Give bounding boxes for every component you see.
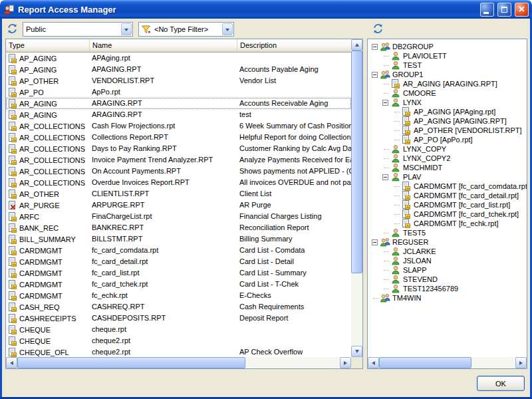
- tree-item[interactable]: CARDMGMT [fc_card_list.rpt]: [368, 200, 527, 209]
- table-row[interactable]: CARDMGMTfc_card_tchek.rptCard List - T-C…: [6, 279, 351, 290]
- table-row[interactable]: CARDMGMTfc_card_detail.rptCard List - De…: [6, 256, 351, 267]
- cell-description: Helpful Report for doing Collection: [237, 132, 351, 143]
- tree-item[interactable]: TEST: [368, 61, 527, 70]
- minimize-button[interactable]: [480, 3, 494, 17]
- table-row[interactable]: AR_PURGEARPURGE.RPTAR Purge: [6, 200, 351, 211]
- table-row[interactable]: CARDMGMTfc_card_list.rptCard List - Summ…: [6, 267, 351, 279]
- column-header-type[interactable]: Type: [6, 39, 90, 52]
- type-filter-combo[interactable]: <No Type Filter>: [138, 22, 234, 37]
- table-row[interactable]: AR_COLLECTIONSCollections Report.RPTHelp…: [6, 132, 351, 143]
- scroll-right-button[interactable]: [515, 357, 527, 368]
- table-row[interactable]: AR_COLLECTIONSOverdue Invoices Report.RP…: [6, 177, 351, 188]
- report-icon: [391, 79, 401, 88]
- column-header-name[interactable]: Name: [90, 39, 237, 52]
- vertical-scrollbar-thumb[interactable]: [351, 51, 362, 273]
- tree-item[interactable]: JCLARKE: [368, 247, 527, 256]
- cell-description: E-Checks: [237, 290, 351, 301]
- chevron-down-icon[interactable]: [222, 23, 233, 35]
- cell-description: AR Purge: [237, 200, 351, 211]
- tree-item[interactable]: AP_OTHER [VENDORLIST.RPT]: [368, 126, 527, 135]
- refresh-tree-button[interactable]: [370, 21, 386, 37]
- table-row[interactable]: BILL_SUMMARYBILLSTMT.RPTBilling Summary: [6, 233, 351, 245]
- tree-item[interactable]: AP_AGING [APAging.rpt]: [368, 107, 527, 116]
- tree-item[interactable]: SLAPP: [368, 265, 527, 275]
- table-vertical-scrollbar[interactable]: [351, 39, 362, 357]
- refresh-reports-button[interactable]: [4, 21, 20, 37]
- maximize-button[interactable]: [497, 3, 511, 17]
- table-row[interactable]: CARDMGMTfc_echk.rptE-Checks: [6, 290, 351, 301]
- table-row[interactable]: AP_AGINGAPAging.rpt: [6, 53, 351, 64]
- tree-item[interactable]: CARDMGMT [fc_card_detail.rpt]: [368, 191, 527, 200]
- scroll-right-button[interactable]: [340, 357, 351, 368]
- table-row[interactable]: CHEQUE_OFLcheque2.rptAP Check Overflow: [6, 346, 351, 357]
- ok-button[interactable]: OK: [477, 376, 525, 391]
- table-row[interactable]: AP_AGINGAPAGING.RPTAccounts Payable Agin…: [6, 64, 351, 75]
- refresh-icon: [372, 23, 384, 35]
- group-select-combo[interactable]: Public: [23, 22, 133, 37]
- tree-item[interactable]: AP_AGING [APAGING.RPT]: [368, 116, 527, 126]
- tree-item[interactable]: CMOORE: [368, 88, 527, 98]
- tree-horizontal-scrollbar[interactable]: [368, 357, 527, 368]
- chevron-down-icon[interactable]: [121, 23, 132, 35]
- tree-item[interactable]: PLAVIOLETT: [368, 51, 527, 61]
- table-row[interactable]: AR_AGINGARAGING.RPTtest: [6, 109, 351, 120]
- type-text: ARFC: [19, 211, 39, 222]
- close-button[interactable]: ✕: [515, 3, 529, 17]
- table-row[interactable]: AR_OTHERCLIENTLIST.RPTClient List: [6, 188, 351, 200]
- cell-description: [237, 324, 351, 335]
- scroll-left-button[interactable]: [368, 357, 379, 368]
- table-row[interactable]: ARFCFinaChargeList.rptFinancial Charges …: [6, 211, 351, 222]
- tree-item[interactable]: TEST123456789: [368, 284, 527, 293]
- scroll-up-button[interactable]: [351, 39, 362, 51]
- table-row[interactable]: AP_POApPo.rpt: [6, 86, 351, 98]
- tree-item[interactable]: TM4WIN: [368, 293, 527, 303]
- cell-name: CLIENTLIST.RPT: [90, 188, 237, 200]
- column-header-description[interactable]: Description: [237, 39, 351, 52]
- table-row[interactable]: AR_COLLECTIONSDays to Pay Ranking.RPTCus…: [6, 143, 351, 154]
- tree-item-label: MSCHMIDT: [403, 164, 442, 172]
- tree-item[interactable]: LYNX_COPY: [368, 144, 527, 154]
- tree-item[interactable]: CARDMGMT [fc_card_tchek.rpt]: [368, 209, 527, 219]
- scroll-left-button[interactable]: [6, 357, 17, 368]
- tree-item[interactable]: LYNX_COPY2: [368, 154, 527, 163]
- tree-item[interactable]: CARDMGMT [fc_echk.rpt]: [368, 219, 527, 228]
- tree-item-label: CARDMGMT [fc_card_comdata.rpt]: [414, 182, 527, 190]
- table-row[interactable]: CASH_REQCASHREQ.RPTCash Requirements: [6, 301, 351, 313]
- tree-collapse-minus-icon[interactable]: [372, 72, 378, 78]
- filter-icon: [141, 25, 152, 35]
- tree-collapse-minus-icon[interactable]: [372, 239, 378, 245]
- table-row[interactable]: CHEQUEcheque2.rpt: [6, 335, 351, 346]
- horizontal-scrollbar-thumb[interactable]: [379, 357, 471, 368]
- table-row[interactable]: AR_COLLECTIONSCash Flow Projections.rpt6…: [6, 120, 351, 132]
- cell-name: fc_card_list.rpt: [90, 267, 237, 279]
- tree-item[interactable]: CARDMGMT [fc_card_comdata.rpt]: [368, 182, 527, 191]
- tree-item[interactable]: JSLOAN: [368, 256, 527, 265]
- table-horizontal-scrollbar[interactable]: [6, 357, 351, 368]
- table-row[interactable]: CHEQUEcheque.rpt: [6, 324, 351, 335]
- table-row[interactable]: CASHRECEIPTSCASHDEPOSITS.RPTDeposit Repo…: [6, 313, 351, 324]
- tree-item[interactable]: LYNX: [368, 98, 527, 107]
- tree-item[interactable]: TEST5: [368, 228, 527, 237]
- tree-item[interactable]: DB2GROUP: [368, 42, 527, 51]
- tree-collapse-minus-icon[interactable]: [382, 174, 388, 180]
- tree-item[interactable]: GROUP1: [368, 70, 527, 79]
- tree-collapse-minus-icon[interactable]: [372, 44, 378, 50]
- table-row[interactable]: AR_COLLECTIONSOn Account Payments.RPTSho…: [6, 166, 351, 177]
- tree-item[interactable]: PLAV: [368, 172, 527, 182]
- horizontal-scrollbar-thumb[interactable]: [17, 357, 245, 368]
- table-row[interactable]: AR_AGINGARAGING.RPTAccounts Receivable A…: [6, 98, 351, 109]
- tree-item[interactable]: AR_AGING [ARAGING.RPT]: [368, 79, 527, 88]
- scroll-down-button[interactable]: [351, 346, 362, 357]
- cell-type: CARDMGMT: [6, 245, 90, 256]
- table-row[interactable]: BANK_RECBANKREC.RPTReconciliation Report: [6, 222, 351, 233]
- tree-item[interactable]: AP_PO [ApPo.rpt]: [368, 135, 527, 144]
- tree-item[interactable]: MSCHMIDT: [368, 163, 527, 172]
- type-text: CARDMGMT: [19, 268, 63, 279]
- table-row[interactable]: AR_COLLECTIONSInvoice Payment Trend Anal…: [6, 154, 351, 166]
- table-row[interactable]: AP_OTHERVENDORLIST.RPTVendor List: [6, 75, 351, 86]
- report-icon: [8, 88, 17, 97]
- tree-item[interactable]: REGUSER: [368, 237, 527, 247]
- tree-item[interactable]: STEVEND: [368, 275, 527, 284]
- tree-collapse-minus-icon[interactable]: [382, 100, 388, 106]
- table-row[interactable]: CARDMGMTfc_card_comdata.rptCard List - C…: [6, 245, 351, 256]
